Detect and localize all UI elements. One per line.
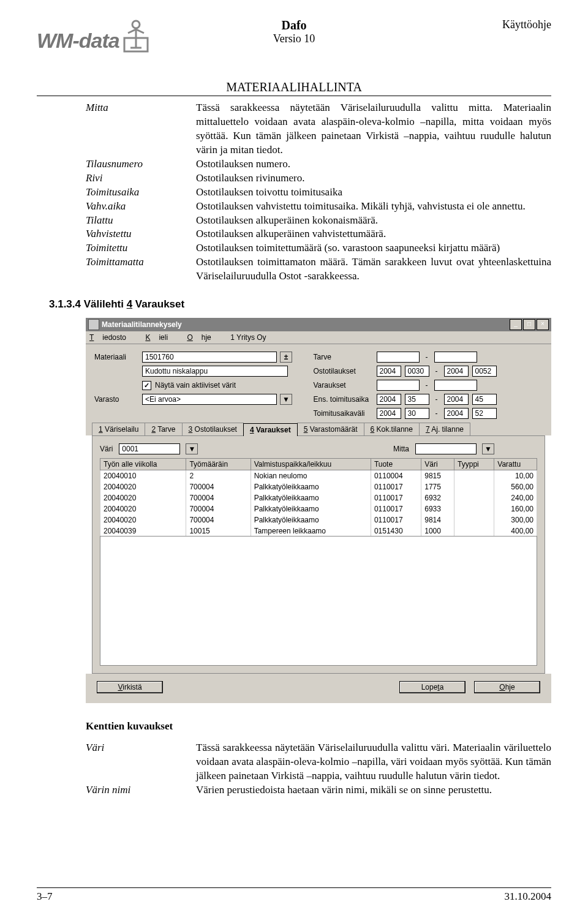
toimitusaikavali-label: Toimitusaikaväli	[314, 409, 372, 418]
def-desc: Ostotilauksen numero.	[196, 157, 551, 171]
page-number: 3–7	[37, 891, 53, 903]
menu-kieli[interactable]: Kieli	[145, 333, 176, 342]
form-area: Materiaali 1501760± Tarve - Kudottu nisk…	[86, 344, 551, 423]
def-term: Tilattu	[86, 214, 196, 228]
app-window: Materiaalitilannekysely _ □ × Tiedosto K…	[86, 318, 551, 703]
col-header[interactable]: Työn alle viikolla	[100, 459, 186, 470]
ostot-y1[interactable]: 2004	[377, 366, 401, 377]
minimize-button[interactable]: _	[510, 319, 522, 330]
mitta-filter-label: Mitta	[393, 445, 409, 453]
tab[interactable]: 5 Varastomäärät	[297, 423, 364, 435]
vari-filter-input[interactable]: 0001	[119, 443, 180, 454]
mitta-dropdown-icon[interactable]: ▼	[482, 443, 494, 454]
def-term: Värin nimi	[86, 783, 196, 797]
window-title: Materiaalitilannekysely	[102, 320, 510, 329]
vali-y1[interactable]: 2004	[377, 408, 401, 419]
tab[interactable]: 1 Väriselailu	[92, 423, 145, 435]
col-header[interactable]: Valmistuspaikka/leikkuu	[251, 459, 371, 470]
col-header[interactable]: Väri	[421, 459, 454, 470]
menu-ohje[interactable]: Ohje	[187, 333, 219, 342]
tab-bar: 1 Väriselailu2 Tarve3 Ostotilaukset4 Var…	[86, 423, 551, 435]
doc-type: Käyttöohje	[502, 18, 551, 31]
def-desc: Ostotilauksen toivottu toimitusaika	[196, 186, 551, 200]
table-row[interactable]: 20040020700004Palkkatyöleikkaamo01100176…	[100, 503, 537, 514]
def-term: Vahv.aika	[86, 200, 196, 214]
doc-title-version: Versio 10	[37, 32, 551, 45]
definition-list: MittaTässä sarakkeessa näytetään Värisel…	[86, 101, 551, 284]
col-header[interactable]: Tyyppi	[454, 459, 494, 470]
vali-y2[interactable]: 2004	[444, 408, 469, 419]
subsection-heading: 3.1.3.4 Välilehti 4 Varaukset	[49, 298, 551, 311]
col-header[interactable]: Varattu	[494, 459, 537, 470]
aktiiviset-checkbox[interactable]: ✓	[142, 381, 151, 390]
app-icon	[88, 319, 99, 330]
table-row[interactable]: 20040020700004Palkkatyöleikkaamo01100176…	[100, 492, 537, 503]
header-rule	[37, 96, 551, 96]
materiaali-desc: Kudottu niskalappu	[142, 366, 288, 377]
lopeta-button[interactable]: Lopeta	[399, 681, 466, 693]
ens-y2[interactable]: 2004	[444, 394, 469, 405]
section-title: MATERIAALIHALLINTA	[37, 80, 551, 94]
tab[interactable]: 6 Kok.tilanne	[364, 423, 420, 435]
page-footer: 3–7 31.10.2004	[37, 887, 551, 903]
def-term: Toimitettu	[86, 241, 196, 255]
varasto-dropdown-icon[interactable]: ▼	[280, 394, 292, 405]
tarve-input-1[interactable]	[377, 352, 420, 363]
tab[interactable]: 4 Varaukset	[243, 423, 298, 436]
def-desc: Ostotilauksen alkuperäinen kokonaismäärä…	[196, 214, 551, 228]
tarve-input-2[interactable]	[434, 352, 477, 363]
vali-w1[interactable]: 30	[405, 408, 429, 419]
col-header[interactable]: Tuote	[371, 459, 421, 470]
vari-dropdown-icon[interactable]: ▼	[186, 443, 198, 454]
menubar: Tiedosto Kieli Ohje 1 Yritys Oy	[86, 331, 551, 344]
menu-yritys[interactable]: 1 Yritys Oy	[230, 333, 266, 342]
definition-list-2: VäriTässä sarakkeessa näytetään Värisela…	[86, 741, 551, 797]
tab-content-varaukset: Väri 0001▼ Mitta ▼ Työn alle viikollaTyö…	[92, 435, 545, 674]
def-desc: Tässä sarakkeessa näytetään Väriselailur…	[196, 101, 551, 157]
varaukset-input-2[interactable]	[434, 380, 477, 391]
tab[interactable]: 3 Ostotilaukset	[182, 423, 244, 435]
ens-w2[interactable]: 45	[472, 394, 497, 405]
def-desc: Ostotilauksen vahvistettu toimitusaika. …	[196, 200, 551, 214]
def-desc: Ostotilauksen alkuperäinen vahvistettumä…	[196, 227, 551, 241]
table-row[interactable]: 200400102Nokian neulomo0110004981510,00	[100, 470, 537, 482]
close-button[interactable]: ×	[537, 319, 549, 330]
maximize-button[interactable]: □	[523, 319, 535, 330]
virkista-button[interactable]: Virkistä	[97, 681, 163, 693]
def-term: Mitta	[86, 101, 196, 157]
materiaali-input[interactable]: 1501760	[142, 352, 277, 363]
menu-tiedosto[interactable]: Tiedosto	[89, 333, 135, 342]
ens-toimitusaika-label: Ens. toimitusaika	[314, 395, 372, 404]
heading-prefix: 3.1.3.4 Välilehti	[49, 298, 127, 310]
page-header: WM-data Dafo Versio 10 Käyttöohje	[37, 18, 551, 77]
varasto-select[interactable]: <Ei arvoa>	[142, 394, 277, 405]
heading-underline: 4	[127, 298, 132, 310]
ostot-y2[interactable]: 2004	[444, 366, 469, 377]
doc-title-name: Dafo	[37, 18, 551, 32]
ens-w1[interactable]: 35	[405, 394, 429, 405]
ens-y1[interactable]: 2004	[377, 394, 401, 405]
ostot-w1[interactable]: 0030	[405, 366, 429, 377]
kenttien-kuvaukset-heading: Kenttien kuvaukset	[86, 720, 551, 732]
ohje-button[interactable]: Ohje	[474, 681, 540, 693]
dialog-buttons: Virkistä Lopeta Ohje	[86, 674, 551, 703]
ostot-w2[interactable]: 0052	[472, 366, 497, 377]
table-blank-area	[100, 536, 537, 666]
table-row[interactable]: 2004003910015Tampereen leikkaamo01514301…	[100, 525, 537, 537]
col-header[interactable]: Työmääräin	[186, 459, 251, 470]
def-term: Vahvistettu	[86, 227, 196, 241]
tab[interactable]: 7 Aj. tilanne	[419, 423, 470, 435]
def-term: Toimitusaika	[86, 186, 196, 200]
vali-w2[interactable]: 52	[472, 408, 497, 419]
table-row[interactable]: 20040020700004Palkkatyöleikkaamo01100179…	[100, 514, 537, 525]
titlebar: Materiaalitilannekysely _ □ ×	[86, 318, 551, 331]
tab[interactable]: 2 Tarve	[145, 423, 182, 435]
mitta-filter-input[interactable]	[415, 443, 477, 454]
def-term: Rivi	[86, 171, 196, 186]
materiaali-dropdown-icon[interactable]: ±	[280, 352, 292, 363]
def-term: Tilausnumero	[86, 157, 196, 171]
table-row[interactable]: 20040020700004Palkkatyöleikkaamo01100171…	[100, 481, 537, 492]
varaukset-input-1[interactable]	[377, 380, 420, 391]
def-desc: Ostotilauksen rivinumero.	[196, 171, 551, 186]
materiaali-label: Materiaali	[94, 353, 137, 361]
